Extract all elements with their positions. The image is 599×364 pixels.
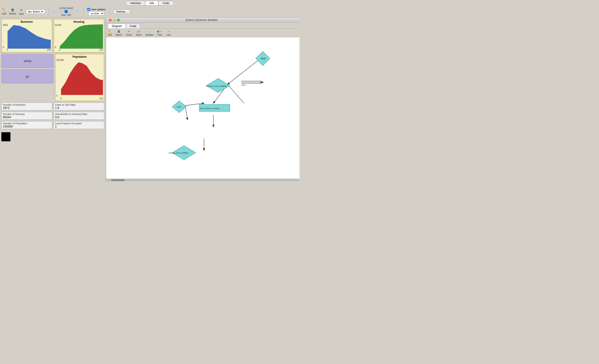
population-ymax: 327000	[56, 59, 64, 61]
tab-diagram[interactable]: Diagram	[108, 24, 126, 28]
num-population-value: 230590	[3, 125, 51, 128]
edit-label: Edit	[2, 12, 6, 15]
window-minimize-button[interactable]	[113, 19, 116, 21]
toolbar-separator-1	[49, 8, 49, 16]
population-chart-area: 327000 0 0 122	[56, 59, 103, 100]
land-fraction-value: 1	[55, 125, 103, 128]
diagram-scrollbar[interactable]	[106, 178, 300, 181]
housing-chart-svg	[55, 24, 103, 51]
button-type-dropdown[interactable]: abc Button ▼	[26, 9, 45, 14]
delete-tool[interactable]: 🗑 Delete	[9, 8, 16, 15]
svg-marker-1	[60, 24, 103, 49]
num-population-panel: Number of Population 230590	[1, 121, 52, 129]
buttons-column: setup go	[1, 54, 54, 83]
num-housing-label: Number of Housing	[3, 113, 51, 115]
right-edit-tool[interactable]: ✏️ Edit	[108, 29, 112, 36]
land-fraction-label: Land Fraction Occupied	[55, 122, 103, 125]
right-variable-icon: ◇	[148, 29, 150, 33]
left-panel: Business 4900 0 0 125 Housing 91400	[0, 18, 106, 181]
svg-line-3	[228, 58, 260, 84]
tab-code-right[interactable]: Code	[126, 24, 140, 28]
dropdown-arrow-icon: ▼	[41, 10, 44, 13]
right-variable-tool[interactable]: ◇ Variable	[145, 29, 153, 36]
main-toolbar: ✏️ Edit 🗑 Delete + Add abc Button ▼ norm…	[0, 6, 300, 18]
scrollbar-track	[106, 179, 299, 181]
population-chart-svg	[56, 59, 103, 96]
add-icon: +	[20, 8, 23, 12]
right-link-label: Link	[166, 34, 170, 36]
speed-control: normal speed ticks: 100	[53, 7, 80, 16]
svg-line-9	[185, 106, 187, 120]
speed-label: normal speed	[59, 7, 73, 9]
num-population-label: Number of Population	[3, 122, 51, 125]
households-ratio-value: 0.6	[55, 115, 103, 119]
svg-marker-0	[8, 25, 51, 49]
right-panel: System Dynamics Modeler Diagram Code ✏️ …	[106, 18, 300, 181]
tab-info[interactable]: Info	[145, 1, 159, 5]
right-toolbar: ✏️ Edit 🗑 Delete ✔ Check ▭ Stock ◇ Varia…	[106, 29, 300, 37]
right-edit-icon: ✏️	[108, 29, 112, 33]
svg-rect-10	[242, 81, 261, 84]
right-check-label: Check	[126, 34, 132, 36]
right-check-tool[interactable]: ✔ Check	[126, 29, 132, 36]
top-charts-row: Business 4900 0 0 125 Housing 91400	[1, 19, 104, 53]
edit-tool[interactable]: ✏️ Edit	[2, 8, 6, 15]
toolbar-separator-2	[83, 8, 84, 16]
speed-slider[interactable]	[53, 10, 80, 13]
edit-icon: ✏️	[2, 8, 6, 12]
add-tool[interactable]: + Add	[19, 8, 24, 15]
households-ratio-label: Households to Housing Ratio	[55, 113, 103, 115]
business-chart-area: 4900 0 0 125	[3, 24, 51, 51]
right-delete-label: Delete	[115, 34, 122, 36]
labor-ratio-panel: Labor to Job Ratio 1.6	[54, 102, 105, 110]
svg-text:Area: Area	[176, 106, 181, 108]
window-maximize-button[interactable]	[117, 19, 120, 21]
svg-line-8	[228, 84, 244, 103]
right-stock-tool[interactable]: ▭ Stock	[136, 29, 141, 36]
diagram-svg: busi BCN business_land_multiplier Area	[106, 37, 300, 178]
right-link-icon: →	[167, 29, 170, 33]
labor-ratio-label: Labor to Job Ratio	[55, 103, 103, 106]
button-type-value: Button	[33, 10, 40, 13]
population-xmax: 122	[99, 97, 103, 100]
right-link-tool[interactable]: → Link	[166, 29, 170, 36]
right-delete-icon: 🗑	[117, 29, 120, 33]
diagram-canvas[interactable]: busi BCN business_land_multiplier Area	[106, 37, 300, 178]
go-button[interactable]: go	[1, 69, 54, 83]
right-delete-tool[interactable]: 🗑 Delete	[115, 29, 122, 36]
scrollbar-thumb[interactable]	[111, 179, 125, 181]
population-chart-title: Population	[56, 55, 103, 58]
button-type-label: abc	[28, 10, 32, 13]
black-square-widget	[1, 132, 10, 141]
on-ticks-select[interactable]: on ticks	[89, 11, 104, 16]
housing-xmax: 122	[99, 49, 103, 51]
business-ymax: 4900	[3, 24, 8, 26]
view-updates-checkbox[interactable]	[87, 8, 90, 11]
svg-text:busi: busi	[242, 84, 246, 86]
svg-marker-2	[61, 62, 103, 95]
households-ratio-panel: Households to Housing Ratio 0.6	[54, 112, 105, 120]
housing-chart-area: 91400 0 0 122	[55, 24, 103, 51]
stats-grid: Number of Business 2873 Number of Housin…	[1, 102, 104, 129]
window-controls	[109, 19, 120, 21]
window-close-button[interactable]	[109, 19, 112, 21]
num-business-label: Number of Business	[3, 103, 51, 106]
num-business-value: 2873	[3, 106, 51, 109]
housing-ymax: 91400	[55, 24, 61, 26]
population-xmin: 0	[61, 97, 62, 100]
housing-ymin: 0	[55, 46, 56, 48]
business-xmax: 125	[47, 49, 51, 51]
main-content: Business 4900 0 0 125 Housing 91400	[0, 18, 300, 181]
business-chart-svg	[3, 24, 51, 51]
middle-section: setup go Population 327000 0 0 122	[1, 54, 104, 101]
right-flow-tool[interactable]: ⊕→ Flow	[157, 29, 163, 36]
right-flow-label: Flow	[158, 34, 162, 36]
tab-code[interactable]: Code	[159, 1, 174, 5]
settings-button[interactable]: Settings...	[113, 9, 130, 14]
delete-icon: 🗑	[11, 8, 15, 12]
num-housing-panel: Number of Housing 89264	[1, 112, 52, 120]
business-xmin: 0	[7, 49, 8, 51]
setup-button[interactable]: setup	[1, 54, 54, 68]
tab-interface[interactable]: Interface	[126, 1, 145, 5]
right-panel-tabs: Diagram Code	[106, 23, 300, 29]
